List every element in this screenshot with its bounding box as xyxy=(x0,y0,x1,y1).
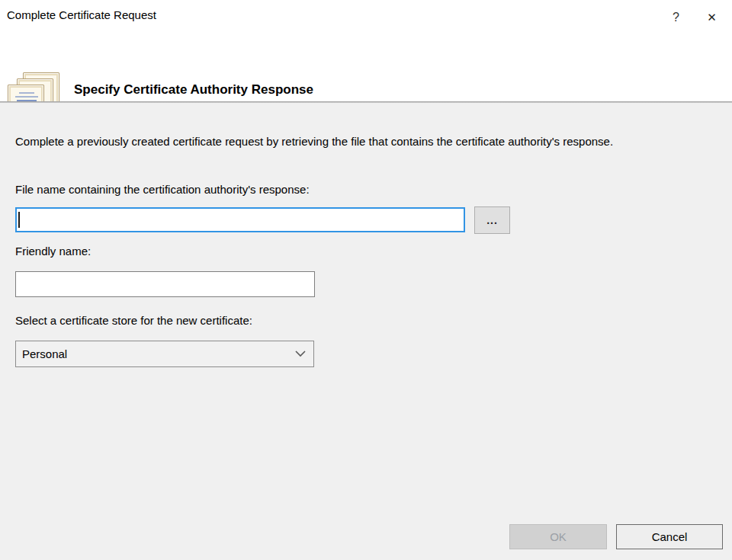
certificate-store-dropdown[interactable]: Personal xyxy=(15,341,314,367)
file-name-label: File name containing the certification a… xyxy=(15,183,310,196)
help-icon: ? xyxy=(673,11,679,24)
wizard-header: Specify Certificate Authority Response xyxy=(0,34,732,101)
close-icon: ✕ xyxy=(707,11,717,24)
complete-certificate-request-dialog: Complete Certificate Request ? ✕ Specify… xyxy=(0,0,732,560)
titlebar: Complete Certificate Request ? ✕ xyxy=(0,0,732,34)
dropdown-selected-value: Personal xyxy=(16,347,287,360)
cancel-button[interactable]: Cancel xyxy=(616,524,723,549)
window-title: Complete Certificate Request xyxy=(7,8,156,21)
window-controls: ? ✕ xyxy=(658,0,730,34)
browse-button[interactable]: ... xyxy=(474,206,510,234)
certificate-store-label: Select a certificate store for the new c… xyxy=(15,314,252,327)
help-button[interactable]: ? xyxy=(658,0,694,34)
friendly-name-input[interactable] xyxy=(15,271,315,297)
ok-button[interactable]: OK xyxy=(509,524,607,549)
page-title: Specify Certificate Authority Response xyxy=(74,82,313,98)
file-name-input[interactable] xyxy=(15,207,465,232)
chevron-down-icon xyxy=(287,350,313,357)
dialog-content: Complete a previously created certificat… xyxy=(0,103,732,560)
description-text: Complete a previously created certificat… xyxy=(15,133,648,150)
friendly-name-label: Friendly name: xyxy=(15,245,91,258)
close-button[interactable]: ✕ xyxy=(694,0,730,34)
text-caret xyxy=(18,212,20,228)
